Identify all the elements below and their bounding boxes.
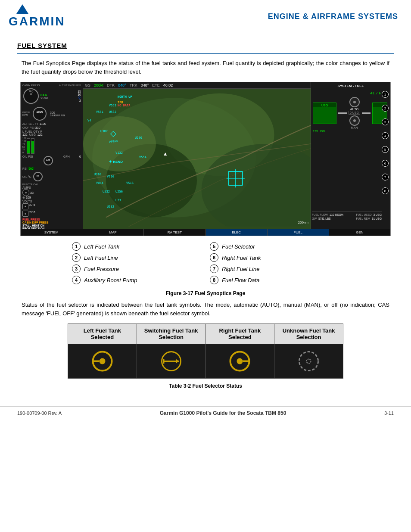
footer-center: Garmin G1000 Pilot's Guide for the Socat… [160, 410, 286, 416]
man-label: MAN [351, 126, 358, 129]
callout-label-7: Right Fuel Line [222, 266, 259, 272]
fuel-used-value: 3 USG [373, 213, 382, 216]
callout-list: 1 Left Fuel Tank 5 Fuel Selector 2 Left … [72, 242, 339, 284]
left-fuel-line-display [338, 112, 347, 114]
gw-value: 5781 LBS [318, 217, 331, 220]
softkey-elec[interactable]: ELEC [206, 229, 268, 236]
callout-num-6: 6 [210, 253, 218, 262]
north-up-label: NORTH UP [118, 95, 132, 99]
col-header-4: Unknown Fuel Tank Selection [274, 324, 343, 344]
callout-num-2: 2 [72, 253, 81, 262]
wp1: V553 [109, 104, 116, 107]
softkey-bar: SYSTEM MAP RA TEST ELEC FUEL GEN [21, 229, 390, 236]
softkey-gen[interactable]: GEN [329, 229, 390, 236]
fuel-flow-label: FUEL FLOW [312, 213, 328, 216]
page-content: FUEL SYSTEM The Fuel Synoptics Page disp… [0, 33, 411, 398]
oil-psi-gauge: 128 [44, 156, 53, 165]
wp2: V551 [96, 110, 103, 114]
mfd-top-bar: GS 200kt DTK 048° TRK 048° ETE 46:02 [83, 82, 311, 89]
left-usb-reading: 123 USG [313, 130, 389, 133]
fuel-flow-section: FUEL FLOW 110 USG/h FUEL USED 3 USG GW [312, 212, 382, 220]
callout-label-8: Fuel Flow Data [222, 277, 259, 283]
wp12: V044 [96, 181, 103, 185]
callout-label-1: Left Fuel Tank [84, 243, 119, 250]
softkey-system[interactable]: SYSTEM [21, 229, 82, 236]
right-fuel-line-display [362, 112, 371, 114]
page-title: ENGINE & AIRFRAME SYSTEMS [268, 12, 398, 21]
softkey-map[interactable]: MAP [82, 229, 144, 236]
wp9: V554 [139, 156, 146, 159]
svg-point-10 [99, 358, 105, 364]
alt-ft-label: ALT FT RATE FPM [59, 84, 81, 87]
right-tank-selected-cell [206, 344, 274, 379]
switching-cell [137, 344, 206, 379]
map-panel: GS 200kt DTK 048° TRK 048° ETE 46:02 [83, 82, 311, 229]
dtk-label: DTK [107, 83, 115, 87]
wp11: V616 [107, 175, 114, 178]
callout-item-5: 5 Fuel Selector [210, 242, 339, 251]
trq-gauge: TRQ X [23, 88, 39, 104]
ete-value: 46:02 [163, 83, 173, 87]
no-data-label: NO DATA [118, 104, 131, 107]
wp13: U532 [103, 190, 110, 193]
fuel-selector-display: AUTO 0 USG MAN [349, 97, 360, 129]
fuel-sys-title: SYSTEM - FUEL [313, 84, 389, 89]
callout-item-1: 1 Left Fuel Tank [72, 242, 201, 251]
usb-label: 0 USG [349, 111, 360, 115]
svg-point-19 [307, 359, 311, 364]
svg-marker-13 [176, 359, 179, 364]
wp7: U200 [135, 136, 142, 140]
wp4: V4 [87, 119, 91, 122]
kend-airport: ✈ KEND [109, 160, 123, 164]
cockpit-display: CABIN PRESS ALT FT RATE FPM TRQ X 81.6 X… [21, 82, 390, 229]
logo-text: GARMIN [9, 15, 65, 28]
psi-reading: 41.7 PSI [313, 91, 389, 95]
right-fuel-panel: SYSTEM - FUEL 41.7 PSI USG [311, 82, 390, 229]
callout-label-3: Fuel Pressure [84, 266, 119, 272]
wp5: U387 [100, 130, 108, 133]
figure-container: CABIN PRESS ALT FT RATE FPM TRQ X 81.6 X… [20, 82, 391, 236]
ownship-symbol: ▲ [163, 151, 168, 157]
footer-right: 3-11 [384, 411, 394, 416]
col-header-3: Right Fuel Tank Selected [206, 324, 274, 344]
cabin-press-label: CABIN PRESS [22, 84, 40, 87]
wp14: U256 [115, 190, 123, 193]
trk-label: TRK [130, 83, 137, 87]
callout-item-3: 3 Fuel Pressure [72, 264, 201, 273]
cas-fuel-press: FUEL PRESS [22, 218, 81, 221]
callout-item-8: 8 Fuel Flow Data [210, 276, 339, 284]
status-text: Status of the fuel selector is indicated… [17, 301, 394, 317]
wp10: U316 [94, 173, 101, 176]
fuel-flow-value: 110 USG/h [330, 213, 343, 216]
footer-left: 190-00709-00 Rev. A [17, 411, 62, 416]
left-engine-panel: CABIN PRESS ALT FT RATE FPM TRQ X 81.6 X… [21, 82, 83, 229]
unknown-cell [274, 344, 343, 379]
left-tank-qty: USG [321, 104, 328, 107]
gs-label: GS [85, 83, 90, 87]
callout-label-6: Right Fuel Tank [222, 255, 261, 261]
callout-label-4: Auxiliary Boost Pump [84, 277, 137, 283]
softkey-fuel[interactable]: FUEL [268, 229, 329, 236]
left-fuel-tank-display: USG [313, 103, 336, 124]
page-footer: 190-00709-00 Rev. A Garmin G1000 Pilot's… [0, 406, 411, 420]
page-header: GARMIN ENGINE & AIRFRAME SYSTEMS [0, 0, 411, 33]
callout-item-7: 7 Right Fuel Line [210, 264, 339, 273]
callout-num-3: 3 [72, 264, 81, 273]
callout-label-2: Left Fuel Line [84, 255, 118, 261]
callout-1: 1 2 3 4 5 6 7 8 [382, 91, 389, 194]
wp15: U73 [115, 199, 121, 202]
wp17: U532 [107, 205, 114, 208]
left-tank-selected-cell [68, 344, 137, 379]
softkey-ra-test[interactable]: RA TEST [144, 229, 206, 236]
cas-prop-deice: PROP DEICE ON [22, 227, 81, 229]
callout-num-8: 8 [210, 276, 218, 284]
prop-rpm-gauge: 1800 [33, 107, 47, 121]
callout-item-4: 4 Auxiliary Boost Pump [72, 276, 201, 284]
callout-num-5: 5 [210, 242, 218, 251]
oil-temp-gauge: 88 [33, 172, 43, 181]
cas-stall-heat: STALL HEAT ON [22, 224, 81, 227]
intro-text: The Fuel Synoptics Page displays the sta… [17, 59, 394, 76]
callout-item-2: 2 Left Fuel Line [72, 253, 201, 262]
fuel-used-label: FUEL USED [356, 213, 371, 216]
callout-num-7: 7 [210, 264, 218, 273]
